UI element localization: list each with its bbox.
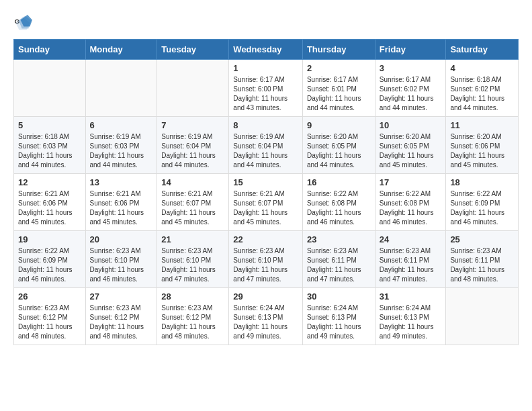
day-number: 20 (90, 234, 153, 244)
day-number: 15 (233, 177, 298, 187)
day-info: Sunrise: 6:23 AM Sunset: 6:10 PM Dayligh… (90, 246, 153, 284)
day-number: 25 (450, 234, 514, 244)
day-number: 24 (380, 234, 442, 244)
day-number: 19 (18, 234, 81, 244)
day-info: Sunrise: 6:21 AM Sunset: 6:07 PM Dayligh… (161, 189, 224, 227)
day-number: 26 (18, 291, 81, 302)
calendar-day-cell (14, 60, 86, 117)
day-info: Sunrise: 6:22 AM Sunset: 6:08 PM Dayligh… (307, 189, 371, 227)
calendar-day-cell: 28Sunrise: 6:23 AM Sunset: 6:12 PM Dayli… (157, 288, 229, 345)
day-of-week-header: Tuesday (157, 40, 229, 60)
day-number: 8 (233, 120, 298, 130)
day-number: 13 (90, 177, 153, 187)
calendar-week-row: 12Sunrise: 6:21 AM Sunset: 6:06 PM Dayli… (14, 174, 519, 231)
calendar-day-cell: 4Sunrise: 6:18 AM Sunset: 6:02 PM Daylig… (446, 60, 519, 117)
day-of-week-header: Saturday (446, 40, 519, 60)
day-number: 27 (90, 291, 153, 302)
calendar-week-row: 19Sunrise: 6:22 AM Sunset: 6:09 PM Dayli… (14, 231, 519, 288)
day-info: Sunrise: 6:17 AM Sunset: 6:01 PM Dayligh… (307, 75, 371, 113)
day-number: 30 (307, 291, 371, 302)
calendar-day-cell: 3Sunrise: 6:17 AM Sunset: 6:02 PM Daylig… (375, 60, 446, 117)
calendar-day-cell: 1Sunrise: 6:17 AM Sunset: 6:00 PM Daylig… (229, 60, 303, 117)
calendar-day-cell: 30Sunrise: 6:24 AM Sunset: 6:13 PM Dayli… (302, 288, 375, 345)
calendar-day-cell: 31Sunrise: 6:24 AM Sunset: 6:13 PM Dayli… (375, 288, 446, 345)
day-info: Sunrise: 6:23 AM Sunset: 6:10 PM Dayligh… (161, 246, 224, 284)
day-info: Sunrise: 6:23 AM Sunset: 6:10 PM Dayligh… (233, 246, 298, 284)
calendar-day-cell: 26Sunrise: 6:23 AM Sunset: 6:12 PM Dayli… (14, 288, 86, 345)
day-info: Sunrise: 6:23 AM Sunset: 6:12 PM Dayligh… (90, 304, 153, 341)
day-info: Sunrise: 6:23 AM Sunset: 6:12 PM Dayligh… (161, 304, 224, 341)
day-number: 23 (307, 234, 371, 244)
day-number: 17 (380, 177, 442, 187)
day-info: Sunrise: 6:19 AM Sunset: 6:03 PM Dayligh… (90, 132, 153, 170)
day-number: 14 (161, 177, 224, 187)
calendar-day-cell: 27Sunrise: 6:23 AM Sunset: 6:12 PM Dayli… (85, 288, 157, 345)
day-number: 6 (90, 120, 153, 130)
calendar-day-cell: 2Sunrise: 6:17 AM Sunset: 6:01 PM Daylig… (302, 60, 375, 117)
calendar-day-cell: 21Sunrise: 6:23 AM Sunset: 6:10 PM Dayli… (157, 231, 229, 288)
calendar-day-cell: 9Sunrise: 6:20 AM Sunset: 6:05 PM Daylig… (302, 117, 375, 174)
calendar-day-cell: 18Sunrise: 6:22 AM Sunset: 6:09 PM Dayli… (446, 174, 519, 231)
day-number: 3 (380, 63, 442, 73)
day-info: Sunrise: 6:23 AM Sunset: 6:12 PM Dayligh… (18, 304, 81, 341)
day-info: Sunrise: 6:21 AM Sunset: 6:07 PM Dayligh… (233, 189, 298, 227)
day-of-week-header: Sunday (14, 40, 86, 60)
calendar-day-cell: 10Sunrise: 6:20 AM Sunset: 6:05 PM Dayli… (375, 117, 446, 174)
day-info: Sunrise: 6:22 AM Sunset: 6:09 PM Dayligh… (450, 189, 514, 227)
day-number: 21 (161, 234, 224, 244)
day-number: 5 (18, 120, 81, 130)
day-info: Sunrise: 6:23 AM Sunset: 6:11 PM Dayligh… (380, 246, 442, 284)
calendar-day-cell: 13Sunrise: 6:21 AM Sunset: 6:06 PM Dayli… (85, 174, 157, 231)
calendar-day-cell: 6Sunrise: 6:19 AM Sunset: 6:03 PM Daylig… (85, 117, 157, 174)
day-of-week-header: Thursday (302, 40, 375, 60)
calendar-day-cell: 8Sunrise: 6:19 AM Sunset: 6:04 PM Daylig… (229, 117, 303, 174)
calendar-day-cell: 11Sunrise: 6:20 AM Sunset: 6:06 PM Dayli… (446, 117, 519, 174)
calendar-day-cell: 25Sunrise: 6:23 AM Sunset: 6:11 PM Dayli… (446, 231, 519, 288)
day-number: 18 (450, 177, 514, 187)
calendar-day-cell: 23Sunrise: 6:23 AM Sunset: 6:11 PM Dayli… (302, 231, 375, 288)
day-number: 29 (233, 291, 298, 302)
calendar-day-cell: 29Sunrise: 6:24 AM Sunset: 6:13 PM Dayli… (229, 288, 303, 345)
day-number: 16 (307, 177, 371, 187)
day-of-week-header: Monday (85, 40, 157, 60)
day-info: Sunrise: 6:24 AM Sunset: 6:13 PM Dayligh… (233, 304, 298, 341)
day-number: 9 (307, 120, 371, 130)
calendar-day-cell: 7Sunrise: 6:19 AM Sunset: 6:04 PM Daylig… (157, 117, 229, 174)
day-number: 1 (233, 63, 298, 73)
logo-icon: G (13, 13, 32, 32)
calendar-day-cell: 15Sunrise: 6:21 AM Sunset: 6:07 PM Dayli… (229, 174, 303, 231)
calendar-week-row: 26Sunrise: 6:23 AM Sunset: 6:12 PM Dayli… (14, 288, 519, 345)
calendar-day-cell: 16Sunrise: 6:22 AM Sunset: 6:08 PM Dayli… (302, 174, 375, 231)
day-info: Sunrise: 6:19 AM Sunset: 6:04 PM Dayligh… (161, 132, 224, 170)
calendar-table: SundayMondayTuesdayWednesdayThursdayFrid… (13, 39, 519, 345)
day-number: 11 (450, 120, 514, 130)
calendar-day-cell (85, 60, 157, 117)
day-info: Sunrise: 6:20 AM Sunset: 6:05 PM Dayligh… (307, 132, 371, 170)
day-info: Sunrise: 6:21 AM Sunset: 6:06 PM Dayligh… (90, 189, 153, 227)
day-number: 12 (18, 177, 81, 187)
day-of-week-header: Wednesday (229, 40, 303, 60)
logo: G (13, 13, 35, 32)
calendar-week-row: 1Sunrise: 6:17 AM Sunset: 6:00 PM Daylig… (14, 60, 519, 117)
day-info: Sunrise: 6:23 AM Sunset: 6:11 PM Dayligh… (307, 246, 371, 284)
day-info: Sunrise: 6:21 AM Sunset: 6:06 PM Dayligh… (18, 189, 81, 227)
day-number: 4 (450, 63, 514, 73)
calendar-day-cell (446, 288, 519, 345)
day-number: 31 (380, 291, 442, 302)
day-info: Sunrise: 6:18 AM Sunset: 6:03 PM Dayligh… (18, 132, 81, 170)
day-info: Sunrise: 6:20 AM Sunset: 6:06 PM Dayligh… (450, 132, 514, 170)
calendar-day-cell: 17Sunrise: 6:22 AM Sunset: 6:08 PM Dayli… (375, 174, 446, 231)
day-number: 22 (233, 234, 298, 244)
calendar-day-cell: 14Sunrise: 6:21 AM Sunset: 6:07 PM Dayli… (157, 174, 229, 231)
calendar-day-cell: 20Sunrise: 6:23 AM Sunset: 6:10 PM Dayli… (85, 231, 157, 288)
calendar-day-cell: 22Sunrise: 6:23 AM Sunset: 6:10 PM Dayli… (229, 231, 303, 288)
calendar-day-cell: 5Sunrise: 6:18 AM Sunset: 6:03 PM Daylig… (14, 117, 86, 174)
day-number: 7 (161, 120, 224, 130)
calendar-week-row: 5Sunrise: 6:18 AM Sunset: 6:03 PM Daylig… (14, 117, 519, 174)
calendar-day-cell: 12Sunrise: 6:21 AM Sunset: 6:06 PM Dayli… (14, 174, 86, 231)
day-number: 28 (161, 291, 224, 302)
calendar-header-row: SundayMondayTuesdayWednesdayThursdayFrid… (14, 40, 519, 60)
header: G (13, 13, 519, 32)
day-info: Sunrise: 6:23 AM Sunset: 6:11 PM Dayligh… (450, 246, 514, 284)
day-number: 2 (307, 63, 371, 73)
